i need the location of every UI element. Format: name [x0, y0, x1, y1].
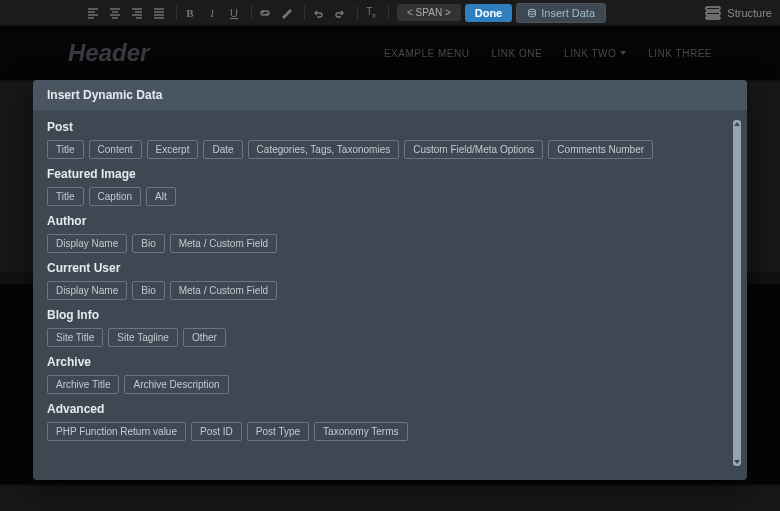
option-chip[interactable]: PHP Function Return value — [47, 422, 186, 441]
modal-section: ArchiveArchive TitleArchive Description — [47, 355, 733, 394]
option-chip[interactable]: Title — [47, 140, 84, 159]
align-right-icon[interactable] — [128, 4, 146, 22]
underline-button[interactable]: U — [225, 4, 243, 22]
option-chip[interactable]: Post ID — [191, 422, 242, 441]
bold-button[interactable]: B — [181, 4, 199, 22]
section-options: PHP Function Return valuePost IDPost Typ… — [47, 422, 733, 441]
option-chip[interactable]: Site Tagline — [108, 328, 178, 347]
section-options: TitleCaptionAlt — [47, 187, 733, 206]
svg-point-16 — [529, 9, 536, 12]
section-title: Author — [47, 214, 733, 228]
option-chip[interactable]: Bio — [132, 281, 164, 300]
option-chip[interactable]: Archive Description — [124, 375, 228, 394]
insert-data-label: Insert Data — [541, 7, 595, 19]
modal-section: AdvancedPHP Function Return valuePost ID… — [47, 402, 733, 441]
color-icon[interactable] — [278, 4, 296, 22]
span-button[interactable]: < SPAN > — [397, 4, 461, 21]
option-chip[interactable]: Title — [47, 187, 84, 206]
scroll-down-icon — [734, 460, 740, 464]
svg-rect-17 — [706, 7, 720, 10]
option-chip[interactable]: Bio — [132, 234, 164, 253]
modal-title: Insert Dynamic Data — [33, 80, 747, 110]
section-title: Featured Image — [47, 167, 733, 181]
section-options: Display NameBioMeta / Custom Field — [47, 281, 733, 300]
option-chip[interactable]: Excerpt — [147, 140, 199, 159]
option-chip[interactable]: Content — [89, 140, 142, 159]
option-chip[interactable]: Archive Title — [47, 375, 119, 394]
modal-section: Featured ImageTitleCaptionAlt — [47, 167, 733, 206]
modal-section: AuthorDisplay NameBioMeta / Custom Field — [47, 214, 733, 253]
align-center-icon[interactable] — [106, 4, 124, 22]
svg-rect-18 — [706, 12, 720, 15]
section-title: Blog Info — [47, 308, 733, 322]
option-chip[interactable]: Other — [183, 328, 226, 347]
undo-icon[interactable] — [309, 4, 327, 22]
section-options: Site TitleSite TaglineOther — [47, 328, 733, 347]
option-chip[interactable]: Meta / Custom Field — [170, 234, 277, 253]
option-chip[interactable]: Alt — [146, 187, 176, 206]
section-title: Archive — [47, 355, 733, 369]
align-justify-icon[interactable] — [150, 4, 168, 22]
modal-body: PostTitleContentExcerptDateCategories, T… — [33, 110, 747, 480]
redo-icon[interactable] — [331, 4, 349, 22]
option-chip[interactable]: Comments Number — [548, 140, 653, 159]
section-options: TitleContentExcerptDateCategories, Tags,… — [47, 140, 733, 159]
option-chip[interactable]: Caption — [89, 187, 141, 206]
database-icon — [527, 8, 537, 18]
option-chip[interactable]: Date — [203, 140, 242, 159]
option-chip[interactable]: Post Type — [247, 422, 309, 441]
section-options: Archive TitleArchive Description — [47, 375, 733, 394]
section-title: Post — [47, 120, 733, 134]
structure-label: Structure — [727, 7, 772, 19]
insert-dynamic-data-modal: Insert Dynamic Data PostTitleContentExce… — [33, 80, 747, 480]
insert-data-button[interactable]: Insert Data — [516, 3, 606, 23]
option-chip[interactable]: Taxonomy Terms — [314, 422, 407, 441]
section-title: Current User — [47, 261, 733, 275]
link-icon[interactable] — [256, 4, 274, 22]
option-chip[interactable]: Custom Field/Meta Options — [404, 140, 543, 159]
section-options: Display NameBioMeta / Custom Field — [47, 234, 733, 253]
structure-icon — [705, 5, 721, 21]
modal-section: Blog InfoSite TitleSite TaglineOther — [47, 308, 733, 347]
scroll-up-icon — [734, 122, 740, 126]
section-title: Advanced — [47, 402, 733, 416]
option-chip[interactable]: Display Name — [47, 281, 127, 300]
italic-button[interactable]: I — [203, 4, 221, 22]
option-chip[interactable]: Categories, Tags, Taxonomies — [248, 140, 400, 159]
align-left-icon[interactable] — [84, 4, 102, 22]
scrollbar[interactable] — [733, 120, 741, 466]
editor-toolbar: B I U Tx < SPAN > Done Insert Data Struc… — [0, 0, 780, 26]
modal-section: Current UserDisplay NameBioMeta / Custom… — [47, 261, 733, 300]
svg-rect-19 — [706, 17, 720, 19]
clear-format-icon[interactable]: Tx — [362, 4, 380, 22]
option-chip[interactable]: Meta / Custom Field — [170, 281, 277, 300]
option-chip[interactable]: Site Title — [47, 328, 103, 347]
done-button[interactable]: Done — [465, 4, 513, 22]
option-chip[interactable]: Display Name — [47, 234, 127, 253]
structure-button[interactable]: Structure — [705, 5, 772, 21]
modal-section: PostTitleContentExcerptDateCategories, T… — [47, 120, 733, 159]
